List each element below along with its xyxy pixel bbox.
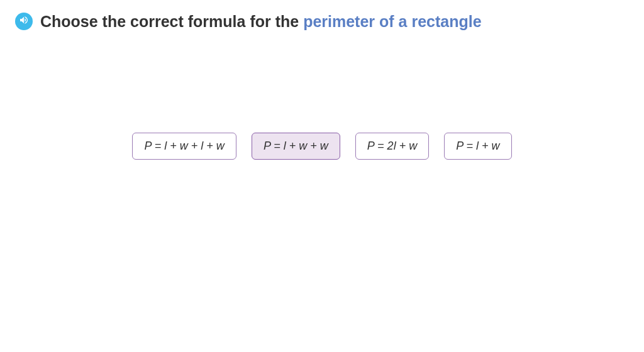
option-1[interactable]: P = l + w + l + w xyxy=(132,133,236,160)
option-2[interactable]: P = l + w + w xyxy=(252,133,340,160)
option-4-label: P = l + w xyxy=(456,140,499,152)
options-group: P = l + w + l + w P = l + w + w P = 2l +… xyxy=(0,133,644,160)
option-4[interactable]: P = l + w xyxy=(444,133,511,160)
option-3-label: P = 2l + w xyxy=(367,140,417,152)
question-prefix: Choose the correct formula for the xyxy=(40,13,303,30)
question-prompt: Choose the correct formula for the perim… xyxy=(40,11,482,32)
speaker-icon xyxy=(19,15,29,28)
audio-play-button[interactable] xyxy=(15,13,33,30)
option-3[interactable]: P = 2l + w xyxy=(355,133,429,160)
option-2-label: P = l + w + w xyxy=(264,140,328,152)
option-1-label: P = l + w + l + w xyxy=(144,140,224,152)
question-highlight: perimeter of a rectangle xyxy=(303,13,481,30)
